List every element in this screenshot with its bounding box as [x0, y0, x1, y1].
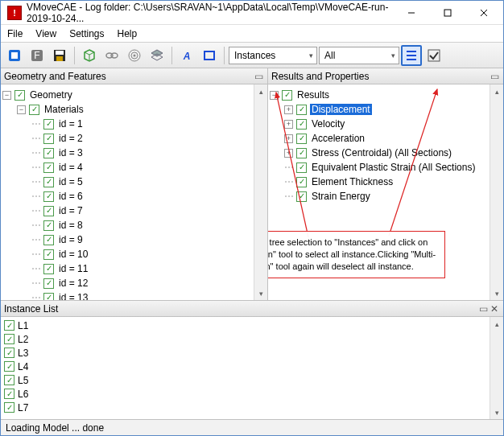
- checkbox[interactable]: [43, 278, 54, 289]
- list-item[interactable]: L3: [4, 346, 500, 360]
- checkbox[interactable]: [296, 177, 307, 187]
- tool-multi-selection[interactable]: [401, 45, 422, 66]
- scrollbar[interactable]: ▴▾: [490, 84, 503, 300]
- checkbox[interactable]: [43, 220, 54, 231]
- tree-label[interactable]: id = 5: [57, 176, 85, 187]
- menu-help[interactable]: Help: [111, 25, 144, 42]
- checkbox[interactable]: [43, 206, 54, 216]
- pin-icon[interactable]: ▭: [489, 71, 500, 82]
- tool-layers[interactable]: [147, 45, 167, 66]
- maximize-button[interactable]: [429, 2, 465, 24]
- tree-label[interactable]: Equivalent Plastic Strain (All Sections): [310, 162, 477, 173]
- checkbox[interactable]: [296, 148, 307, 158]
- checkbox[interactable]: [29, 105, 39, 115]
- tree-row[interactable]: −Materials: [2, 102, 266, 117]
- list-item[interactable]: L1: [4, 319, 500, 332]
- tree-row[interactable]: ⋯id = 8: [2, 218, 266, 232]
- tree-label[interactable]: id = 1: [57, 118, 85, 130]
- collapse-icon[interactable]: −: [270, 91, 279, 100]
- tree-row[interactable]: −Results: [270, 88, 502, 102]
- list-item[interactable]: L2: [4, 332, 500, 346]
- checkbox[interactable]: [4, 348, 14, 358]
- tree-row[interactable]: ⋯id = 2: [2, 131, 266, 146]
- tree-label[interactable]: Element Thickness: [310, 176, 395, 187]
- results-panel-body[interactable]: −Results+Displacement+Velocity+Accelerat…: [268, 84, 503, 300]
- tree-label[interactable]: id = 6: [57, 191, 85, 202]
- close-button[interactable]: [465, 2, 502, 24]
- tree-label[interactable]: id = 7: [57, 205, 85, 216]
- tree-label[interactable]: Geometry: [28, 89, 74, 101]
- tool-open[interactable]: F: [27, 45, 48, 66]
- tree-label[interactable]: id = 2: [57, 133, 85, 144]
- tree-row[interactable]: +Acceleration: [270, 131, 502, 146]
- tree-row[interactable]: ⋯id = 1: [2, 117, 266, 131]
- tree-row[interactable]: ⋯id = 9: [2, 232, 266, 247]
- geometry-panel-body[interactable]: −Geometry−Materials⋯id = 1⋯id = 2⋯id = 3…: [1, 84, 267, 300]
- tool-text[interactable]: A: [176, 45, 197, 66]
- scrollbar[interactable]: ▴▾: [254, 84, 267, 300]
- tree-label[interactable]: id = 3: [57, 147, 85, 158]
- checkbox[interactable]: [296, 119, 307, 130]
- tree-label[interactable]: id = 12: [57, 278, 89, 289]
- tool-cube[interactable]: [79, 45, 100, 66]
- tree-row[interactable]: ⋯id = 11: [2, 261, 266, 276]
- checkbox[interactable]: [14, 90, 25, 101]
- tree-row[interactable]: ⋯id = 4: [2, 160, 266, 175]
- collapse-icon[interactable]: −: [17, 105, 26, 114]
- checkbox[interactable]: [4, 389, 14, 399]
- tool-check[interactable]: [423, 45, 444, 66]
- checkbox[interactable]: [4, 334, 14, 344]
- tree-label[interactable]: Strain Energy: [310, 191, 372, 202]
- checkbox[interactable]: [4, 375, 14, 385]
- tree-label[interactable]: id = 9: [57, 234, 85, 245]
- list-item[interactable]: L7: [4, 401, 500, 414]
- checkbox[interactable]: [296, 105, 307, 115]
- expand-icon[interactable]: +: [284, 105, 293, 114]
- tree-label[interactable]: id = 10: [57, 249, 89, 260]
- checkbox[interactable]: [43, 134, 54, 144]
- tree-label[interactable]: id = 13: [57, 292, 89, 300]
- checkbox[interactable]: [43, 249, 54, 260]
- tree-label[interactable]: Acceleration: [310, 133, 366, 144]
- tree-label[interactable]: id = 8: [57, 220, 85, 231]
- tree-label[interactable]: id = 4: [57, 162, 85, 173]
- checkbox[interactable]: [43, 293, 54, 301]
- tool-new[interactable]: [4, 45, 25, 66]
- checkbox[interactable]: [282, 90, 292, 101]
- tree-row[interactable]: ⋯Strain Energy: [270, 189, 502, 204]
- tree-row[interactable]: ⋯Element Thickness: [270, 175, 502, 189]
- menu-settings[interactable]: Settings: [63, 25, 110, 42]
- checkbox[interactable]: [4, 402, 14, 413]
- tree-label[interactable]: Materials: [43, 104, 85, 115]
- checkbox[interactable]: [296, 134, 307, 144]
- tree-row[interactable]: ⋯id = 12: [2, 276, 266, 290]
- tool-save[interactable]: [49, 45, 70, 66]
- tool-link[interactable]: [101, 45, 122, 66]
- list-item[interactable]: L5: [4, 373, 500, 387]
- tree-label[interactable]: Stress (Centroidal) (All Sections): [310, 147, 453, 158]
- list-item[interactable]: L4: [4, 360, 500, 373]
- checkbox[interactable]: [4, 361, 14, 372]
- checkbox[interactable]: [43, 235, 54, 245]
- pin-icon[interactable]: ▭: [253, 71, 264, 82]
- tree-row[interactable]: +Displacement: [270, 102, 502, 117]
- all-combo[interactable]: All ▾: [319, 47, 399, 64]
- tree-row[interactable]: ⋯Equivalent Plastic Strain (All Sections…: [270, 160, 502, 175]
- tree-row[interactable]: +Stress (Centroidal) (All Sections): [270, 146, 502, 160]
- tool-contour[interactable]: [124, 45, 145, 66]
- pin-icon[interactable]: ▭: [477, 303, 489, 315]
- checkbox[interactable]: [43, 177, 54, 187]
- tree-row[interactable]: ⋯id = 7: [2, 204, 266, 218]
- results-tree[interactable]: −Results+Displacement+Velocity+Accelerat…: [268, 84, 503, 207]
- expand-icon[interactable]: +: [284, 120, 293, 129]
- tree-label[interactable]: Results: [295, 89, 331, 101]
- tree-row[interactable]: ⋯id = 3: [2, 146, 266, 160]
- tree-row[interactable]: ⋯id = 5: [2, 175, 266, 189]
- checkbox[interactable]: [43, 264, 54, 274]
- menu-view[interactable]: View: [29, 25, 63, 42]
- tree-row[interactable]: ⋯id = 10: [2, 247, 266, 261]
- tree-row[interactable]: +Velocity: [270, 117, 502, 131]
- tree-row[interactable]: ⋯id = 6: [2, 189, 266, 204]
- list-item[interactable]: L6: [4, 387, 500, 401]
- checkbox[interactable]: [43, 162, 54, 173]
